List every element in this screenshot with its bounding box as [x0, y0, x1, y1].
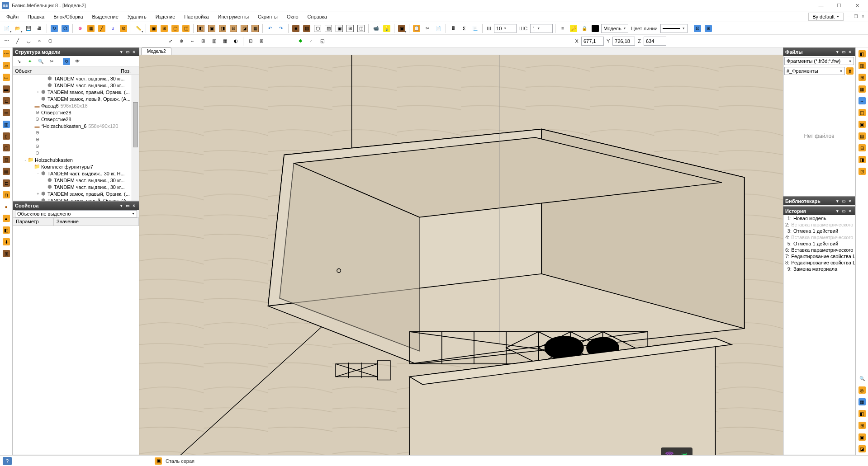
zoom-region-button[interactable]: ⊞ — [703, 24, 713, 33]
aux-2-button[interactable]: ⟋ — [306, 36, 316, 46]
render-wire-button[interactable]: ▢ — [313, 24, 323, 33]
material-button[interactable]: ▣▾ — [397, 24, 407, 33]
props-panel-close-button[interactable]: × — [131, 203, 137, 208]
history-item[interactable]: 1:Новая модель — [783, 215, 855, 221]
view-top-button[interactable]: ⊟ — [228, 24, 238, 33]
props-panel-opts-button[interactable]: ▾ — [118, 203, 124, 208]
color-swatch[interactable] — [590, 24, 600, 33]
light-button[interactable]: 💡 — [382, 24, 392, 33]
view-side-button[interactable]: ◨ — [218, 24, 228, 33]
rtb-7-icon[interactable]: ▣ — [857, 119, 868, 130]
rtb-grid-icon[interactable]: ▦ — [857, 396, 868, 407]
render-solid-button[interactable]: ■ — [291, 24, 301, 33]
rtb-opt4-icon[interactable]: ◪ — [857, 443, 868, 454]
tree-item[interactable]: ⊖ — [13, 143, 132, 150]
deselect-button[interactable]: ▢ — [170, 24, 180, 33]
doc-close-button[interactable]: × — [860, 14, 866, 20]
tree-tb-add-icon[interactable]: ✦ — [25, 56, 35, 66]
history-panel-pin-button[interactable]: ▭ — [840, 209, 847, 213]
tree-item[interactable]: ⬢TANDEM част. выдвиж., 30 кг... — [13, 184, 132, 190]
history-item[interactable]: 5:Отмена 1 действий — [783, 240, 855, 247]
tree-item[interactable]: +⬢TANDEM замок, правый, Оранж. (... — [13, 190, 132, 197]
invert-select-button[interactable]: ◫ — [181, 24, 191, 33]
open-button[interactable]: 📂▾ — [13, 24, 23, 33]
copy-button[interactable]: 📋 — [412, 24, 422, 33]
files-folder-combo[interactable]: #_Фрагменты▼ — [784, 67, 845, 75]
doc-minimize-button[interactable]: – — [845, 14, 852, 20]
ltb-rect-icon[interactable]: ▭ — [1, 72, 12, 83]
draw-hex-button[interactable]: ⬡ — [45, 36, 55, 46]
tree-item[interactable]: ▬*Holzschubkasten_6558x490x120 — [13, 122, 132, 129]
redo-button[interactable]: ↷ — [276, 24, 286, 33]
ltb-box-icon[interactable]: ▯ — [1, 131, 12, 141]
ltb-door-icon[interactable]: ▤ — [1, 166, 12, 177]
tree-item[interactable]: ⊖Отверстие28 — [13, 109, 132, 116]
tree-item[interactable]: ⊖ — [13, 136, 132, 143]
tree-tb-config-icon[interactable]: ✂ — [47, 56, 57, 66]
menu-product[interactable]: Изделие — [151, 13, 180, 21]
rtb-4-icon[interactable]: ▦ — [857, 84, 868, 94]
menu-selection[interactable]: Выделение — [88, 13, 123, 21]
menu-file[interactable]: Файл — [2, 13, 23, 21]
line-weight-combo[interactable]: 10▼ — [494, 24, 517, 33]
tree-panel-opts-button[interactable]: ▾ — [118, 50, 124, 54]
draw-polyline-button[interactable]: 〰 — [2, 36, 12, 46]
rtb-10-icon[interactable]: ◨ — [857, 154, 868, 165]
transform-5-button[interactable]: ▥ — [209, 36, 219, 46]
lib-panel-close-button[interactable]: × — [847, 199, 853, 203]
coord-y-input[interactable] — [612, 37, 635, 46]
tree-item[interactable]: ⬢TANDEM част. выдвиж., 30 кг... — [13, 177, 132, 184]
menu-edit[interactable]: Правка — [23, 13, 49, 21]
viewport-3d[interactable]: ☎ ▣ ◀ ⚙ — [139, 55, 783, 455]
ltb-panel-icon[interactable]: ▬ — [1, 84, 12, 94]
ltb-profile-icon[interactable]: ⊏ — [1, 95, 12, 106]
snap-endpoint-button[interactable]: ⊕ — [75, 24, 85, 33]
snap-grid-button[interactable]: ▦ — [86, 24, 96, 33]
menu-window[interactable]: Окно — [282, 13, 303, 21]
ltb-polygon-icon[interactable]: ▱ — [1, 60, 12, 71]
tree-panel-pin-button[interactable]: ▭ — [124, 50, 131, 54]
calc-button[interactable]: 🖩 — [448, 24, 458, 33]
default-combo[interactable]: By default▼ — [808, 13, 844, 21]
snap-center-button[interactable]: ⊙ — [119, 24, 128, 33]
menu-settings[interactable]: Настройка — [180, 13, 213, 21]
rtb-5-icon[interactable]: ↔ — [857, 95, 868, 106]
minimize-button[interactable]: — — [812, 0, 830, 11]
ltb-moulding-icon[interactable]: ⊓ — [1, 189, 12, 200]
files-filter-combo[interactable]: Фрагменты (*.fr3d;*.frw)▼ — [784, 57, 854, 65]
tree-item[interactable]: +⬢TANDEM замок, правый, Оранж. (... — [13, 89, 132, 95]
rtb-opt1-icon[interactable]: ◧ — [857, 408, 868, 419]
transform-6-button[interactable]: ▦ — [220, 36, 230, 46]
lib-panel-pin-button[interactable]: ▭ — [840, 199, 847, 203]
view-persp-button[interactable]: ◪ — [239, 24, 249, 33]
files-panel-close-button[interactable]: × — [847, 50, 853, 54]
tree-item[interactable]: -⬢TANDEM част. выдвиж., 30 кг, Н... — [13, 170, 132, 177]
tree-item[interactable]: -📁Holzschubkasten — [13, 156, 132, 163]
ltb-hardware-icon[interactable]: ⊞ — [1, 248, 12, 259]
sum-button[interactable]: Σ — [459, 24, 469, 33]
draw-arc-button[interactable]: ◡ — [24, 36, 33, 46]
layers-button[interactable]: ≡ — [558, 24, 568, 33]
draw-circle-button[interactable]: ○ — [34, 36, 44, 46]
lock-button[interactable]: 🔒 — [579, 24, 589, 33]
save-button[interactable]: 💾 — [24, 24, 33, 33]
tree-panel-close-button[interactable]: × — [131, 50, 137, 54]
view-multi-button[interactable]: ▦ — [250, 24, 260, 33]
draw-line-button[interactable]: ╱ — [13, 36, 23, 46]
cut-button[interactable]: ✂ — [422, 24, 432, 33]
files-up-button[interactable]: ⬆ — [846, 67, 854, 75]
render-shaded-button[interactable]: ▨ — [302, 24, 312, 33]
extent-button[interactable]: ⊡ — [693, 24, 702, 33]
aux-1-button[interactable]: ✱ — [295, 36, 305, 46]
line-color-combo[interactable]: ▼ — [660, 24, 688, 33]
ltb-drawer-icon[interactable]: ⊟ — [1, 154, 12, 165]
ltb-sphere-icon[interactable]: ● — [1, 201, 12, 212]
view-front-button[interactable]: ▣ — [207, 24, 217, 33]
ltb-shelf-icon[interactable]: ⊏ — [1, 178, 12, 188]
close-button[interactable]: ✕ — [848, 0, 866, 11]
maximize-button[interactable]: ☐ — [830, 0, 848, 11]
report-button[interactable]: 📃 — [470, 24, 480, 33]
ltb-plane-icon[interactable]: ▥ — [1, 119, 12, 130]
tree-body[interactable]: ⬢TANDEM част. выдвиж., 30 кг...⬢TANDEM ч… — [13, 75, 139, 201]
ltb-body-icon[interactable]: ◧ — [1, 225, 12, 235]
